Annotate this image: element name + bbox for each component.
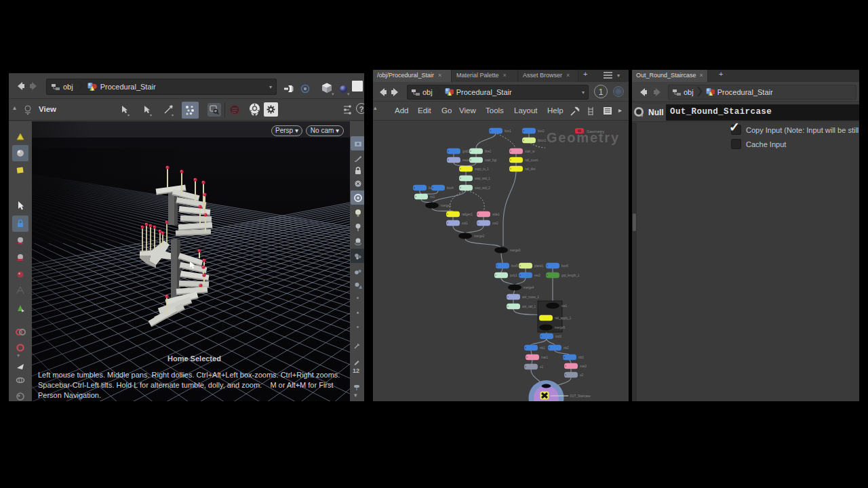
- svg-text:box5: box5: [511, 264, 518, 268]
- svg-text:attr_noise_1: attr_noise_1: [522, 296, 539, 299]
- svg-text:bbox1: bbox1: [538, 139, 547, 142]
- svg-text:box4: box4: [447, 186, 454, 190]
- svg-text:side1: side1: [492, 213, 500, 216]
- svg-text:step_wid_2: step_wid_2: [475, 186, 490, 190]
- svg-text:stair_hgt: stair_hgt: [485, 159, 497, 162]
- svg-text:box2: box2: [538, 129, 545, 133]
- svg-text:Geometry: Geometry: [587, 129, 604, 134]
- svg-text:stair_w: stair_w: [525, 150, 535, 153]
- svg-text:plank1: plank1: [534, 264, 544, 268]
- svg-text:nb3: nb3: [578, 356, 584, 359]
- svg-text:box6: box6: [561, 264, 568, 268]
- svg-text:sw1: sw1: [561, 304, 567, 308]
- svg-text:line1: line1: [485, 150, 492, 153]
- svg-text:out2: out2: [492, 222, 498, 225]
- svg-text:nb1: nb1: [540, 346, 545, 350]
- svg-text:nb2: nb2: [564, 346, 569, 350]
- svg-text:o2: o2: [580, 373, 584, 377]
- svg-text:railgen1: railgen1: [462, 213, 473, 216]
- svg-text:merge4: merge4: [524, 286, 534, 289]
- svg-text:copy_to_1: copy_to_1: [475, 167, 489, 171]
- svg-text:merge1: merge1: [441, 204, 452, 207]
- svg-text:step_wid_1: step_wid_1: [475, 177, 490, 180]
- svg-text:mat1: mat1: [541, 356, 549, 359]
- svg-text:rail_apply_1: rail_apply_1: [555, 317, 572, 320]
- svg-text:attr_rail_1: attr_rail_1: [522, 305, 536, 308]
- svg-text:rail_dist: rail_dist: [525, 167, 536, 171]
- svg-text:out1: out1: [462, 222, 468, 225]
- svg-text:poly1: poly1: [510, 274, 517, 277]
- svg-text:grid1: grid1: [462, 150, 470, 153]
- svg-text:rail_count: rail_count: [525, 159, 538, 162]
- svg-text:o1: o1: [540, 365, 544, 369]
- svg-text:grp_length_1: grp_length_1: [561, 274, 580, 277]
- svg-text:merge5: merge5: [555, 326, 566, 329]
- svg-text:mat2: mat2: [580, 365, 587, 368]
- svg-text:box1: box1: [505, 129, 511, 133]
- svg-text:merge3: merge3: [510, 249, 521, 252]
- svg-text:OUT_Staircase: OUT_Staircase: [570, 394, 591, 398]
- svg-text:merge2: merge2: [474, 235, 485, 238]
- svg-text:out3: out3: [555, 335, 561, 338]
- svg-text:res2: res2: [534, 274, 540, 277]
- svg-text:ns1: ns1: [430, 195, 435, 199]
